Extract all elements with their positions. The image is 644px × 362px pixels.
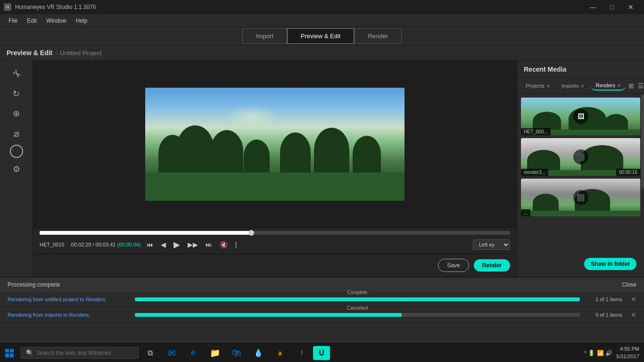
skip-start-button[interactable]: ⏮ xyxy=(145,240,155,249)
recent-media-header: Recent Media xyxy=(517,61,644,78)
render-progress-container: Cancelled xyxy=(135,313,580,317)
skip-end-button[interactable]: ⏭ xyxy=(204,240,214,249)
sphere-tool[interactable]: ⌀ xyxy=(6,125,27,142)
media-item[interactable]: 🖼 HET_000... xyxy=(521,98,640,135)
marker-button[interactable]: | xyxy=(233,240,239,249)
progress-bar[interactable] xyxy=(40,231,510,235)
taskbar-apps: ✉ e 📁 🛍 💧 a f U xyxy=(161,344,330,362)
taskbar-app-u[interactable]: U xyxy=(313,346,330,360)
main-layout: ✂ ↻ ⊕ ⌀ ⚙ xyxy=(0,61,644,277)
media-thumb: ⬛ xyxy=(521,179,640,216)
video-controls: HET_0015 00:02:29 / 00:03:41 (00:00:04) … xyxy=(33,228,517,254)
menu-window[interactable]: Window xyxy=(41,16,71,26)
clock-tool[interactable]: ⊕ xyxy=(6,105,27,122)
dismiss-job-button[interactable]: ✕ xyxy=(631,296,636,303)
media-item-duration: 00:00:16 xyxy=(616,169,640,176)
close-renders-tab[interactable]: ✕ xyxy=(617,83,621,88)
taskbar-app-store[interactable]: 🛍 xyxy=(226,344,247,362)
grid-view-button[interactable]: ⊞ xyxy=(627,81,635,90)
render-job: Rendering from untitled project to Rende… xyxy=(0,292,644,307)
task-view-button[interactable]: ⧉ xyxy=(140,344,159,362)
render-progress-bg xyxy=(135,313,580,317)
right-panel: Recent Media Projects ✕ Imports ✕ Render… xyxy=(517,61,644,277)
tab-preview-edit[interactable]: Preview & Edit xyxy=(287,28,355,44)
maximize-button[interactable]: □ xyxy=(603,0,621,14)
window-controls[interactable]: — □ ✕ xyxy=(584,0,640,14)
minimize-button[interactable]: — xyxy=(584,0,603,14)
media-image-icon: 🖼 xyxy=(573,109,588,124)
menu-file[interactable]: File xyxy=(4,16,22,26)
cut-tool[interactable]: ✂ xyxy=(3,61,30,88)
progress-fill xyxy=(40,231,251,235)
page-header: Preview & Edit - Untitled Project xyxy=(0,45,644,61)
next-frame-button[interactable]: ▶▶ xyxy=(186,240,200,249)
search-input[interactable] xyxy=(36,350,133,356)
menu-bar: File Edit Window Help xyxy=(0,14,644,27)
render-progress-container: Complete xyxy=(135,297,580,301)
render-progress-fill xyxy=(135,297,580,301)
mute-button[interactable]: 🔇 xyxy=(218,240,230,249)
current-time: 00:02:29 xyxy=(71,242,91,247)
page-title: Preview & Edit xyxy=(7,49,52,57)
windows-icon xyxy=(5,349,14,357)
scrollbar[interactable] xyxy=(641,94,644,189)
total-time: 00:03:41 xyxy=(96,242,116,247)
media-item[interactable]: ⬛ ... xyxy=(521,179,640,216)
media-item-name: remder3... xyxy=(521,169,548,176)
transform-tool[interactable]: ↻ xyxy=(6,85,27,102)
eye-mode-select[interactable]: Left ey Right ey Both xyxy=(473,239,510,250)
taskbar-app-amazon[interactable]: a xyxy=(270,344,290,362)
menu-help[interactable]: Help xyxy=(71,16,92,26)
tab-projects[interactable]: Projects ✕ xyxy=(521,82,555,90)
render-button[interactable]: Render xyxy=(474,259,510,272)
media-item[interactable]: ⬛ remder3... 00:00:16 xyxy=(521,138,640,176)
dismiss-job-button-2[interactable]: ✕ xyxy=(631,311,636,319)
media-item-name: ... xyxy=(521,209,530,216)
taskbar: 🔍 ⧉ ✉ e 📁 🛍 💧 a f U ^ 🔋 📶 🔊 4:55 PM 5/31… xyxy=(0,343,644,362)
taskbar-app-edge[interactable]: e xyxy=(183,344,204,362)
render-status: Complete xyxy=(347,290,368,295)
save-button[interactable]: Save xyxy=(438,259,469,272)
start-button[interactable] xyxy=(0,344,19,362)
processing-area: Processing complete Close Rendering from… xyxy=(0,277,644,343)
search-bar[interactable]: 🔍 xyxy=(21,347,139,359)
clock-time: 4:55 PM xyxy=(616,346,639,353)
taskbar-app-dropbox[interactable]: 💧 xyxy=(248,344,269,362)
menu-edit[interactable]: Edit xyxy=(22,16,41,26)
app-title-section: H Humaneyes VR Studio 1.1.3076 xyxy=(4,3,96,11)
render-progress-bg xyxy=(135,297,580,301)
app-icon: H xyxy=(4,3,11,11)
close-button[interactable]: ✕ xyxy=(621,0,640,14)
page-subtitle: - Untitled Project xyxy=(56,49,101,57)
taskbar-app-mail[interactable]: ✉ xyxy=(161,344,182,362)
top-nav: Import Preview & Edit Render xyxy=(0,27,644,45)
tab-imports[interactable]: Imports ✕ xyxy=(557,82,589,90)
offset-time: (00:00:04) xyxy=(117,242,141,247)
search-icon: 🔍 xyxy=(26,349,33,356)
prev-frame-button[interactable]: ◀ xyxy=(159,240,168,249)
tab-import[interactable]: Import xyxy=(242,28,287,44)
list-view-button[interactable]: ☰ xyxy=(637,81,644,90)
progress-thumb[interactable] xyxy=(248,230,254,236)
media-grid: 🖼 HET_000... ⬛ remder3... 00:00:16 xyxy=(517,94,644,251)
svg-rect-2 xyxy=(5,354,9,357)
processing-title: Processing complete xyxy=(8,281,60,288)
play-button[interactable]: ▶ xyxy=(172,239,182,251)
tab-render[interactable]: Render xyxy=(354,28,402,44)
tree-7 xyxy=(353,136,381,173)
close-processing-button[interactable]: Close xyxy=(622,281,636,288)
svg-rect-0 xyxy=(5,349,9,353)
close-imports-tab[interactable]: ✕ xyxy=(580,83,584,89)
video-frame[interactable] xyxy=(145,88,405,201)
taskbar-app-explorer[interactable]: 📁 xyxy=(205,344,225,362)
close-projects-tab[interactable]: ✕ xyxy=(546,83,550,89)
show-in-folder-button[interactable]: Show in folder xyxy=(584,258,636,270)
taskbar-app-facebook[interactable]: f xyxy=(291,344,312,362)
circle-tool[interactable] xyxy=(10,145,23,158)
tab-renders[interactable]: Renders ✕ xyxy=(591,81,626,90)
clock-date: 5/31/2017 xyxy=(616,353,639,360)
tree-4 xyxy=(244,140,270,173)
settings-tool[interactable]: ⚙ xyxy=(6,161,27,178)
tree-5 xyxy=(280,132,311,173)
render-count: 1 of 1 items xyxy=(585,296,622,302)
